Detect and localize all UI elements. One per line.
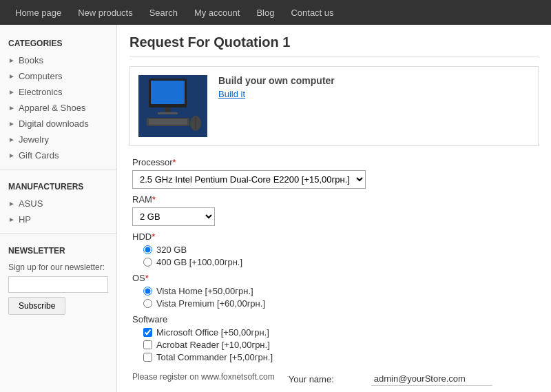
sidebar-item-digital-downloads[interactable]: ►Digital downloads [0,116,116,132]
arrow-icon: ► [8,72,15,80]
sidebar-item-label: Electronics [19,87,63,97]
page-title: Request For Quotation 1 [129,34,539,56]
subscribe-button[interactable]: Subscribe [8,297,65,315]
os-option-1[interactable]: Vista Premium [+60,00грн.] [143,298,536,309]
os-label: OS* [132,273,536,283]
nav-item-search[interactable]: Search [141,2,186,23]
product-name: Build your own computer [218,75,335,86]
ram-label: RAM* [132,194,536,205]
categories-title: CATEGORIES [0,32,116,52]
hdd-option-1[interactable]: 400 GB [+100,00грн.] [143,257,536,267]
sidebar-item-label: Digital downloads [19,118,89,129]
register-note-wrapper: Please register on www.foxnetsoft.com [132,372,275,392]
svg-rect-5 [149,119,187,125]
arrow-icon: ► [8,104,15,112]
nav-item-my-account[interactable]: My account [186,2,248,23]
sidebar-item-electronics[interactable]: ►Electronics [0,84,116,100]
sidebar-item-apparel-shoes[interactable]: ►Apparel & Shoes [0,100,116,116]
hdd-radio-group: 320 GB400 GB [+100,00грн.] [143,245,536,267]
processor-select[interactable]: 2.5 GHz Intel Pentium Dual-Core E2200 [+… [132,170,366,189]
sidebar-item-label: Apparel & Shoes [19,103,86,113]
os-radio-group: Vista Home [+50,00грн.]Vista Premium [+6… [143,286,536,309]
arrow-icon: ► [8,136,15,143]
os-option-0[interactable]: Vista Home [+50,00грн.] [143,286,536,296]
quotation-form: Processor* 2.5 GHz Intel Pentium Dual-Co… [129,157,539,392]
newsletter-title: NEWSLETTER [0,239,116,260]
hdd-label: HDD* [132,231,536,242]
top-navigation: Home pageNew productsSearchMy accountBlo… [0,0,551,25]
hdd-option-0[interactable]: 320 GB [143,245,536,255]
nav-item-home[interactable]: Home page [7,2,70,23]
nav-item-contact-us[interactable]: Contact us [282,2,342,23]
sidebar-item-label: HP [19,214,31,225]
newsletter-input[interactable] [8,276,108,293]
sidebar-item-label: ASUS [19,198,43,209]
software-option-0[interactable]: Microsoft Office [+50,00грн.] [143,327,536,338]
sidebar-item-label: Jewelry [19,134,49,145]
arrow-icon: ► [8,152,15,159]
arrow-icon: ► [8,200,15,207]
product-info: Build your own computer Build it [218,75,335,99]
newsletter-label: Sign up for our newsletter: [0,260,116,276]
arrow-icon: ► [8,88,15,96]
software-option-1[interactable]: Acrobat Reader [+10,00грн.] [143,340,536,350]
arrow-icon: ► [8,120,15,127]
name-row: Your name: [289,372,536,386]
register-note: Please register on www.foxnetsoft.com [132,372,275,382]
sidebar-item-gift-cards[interactable]: ►Gift Cards [0,147,116,163]
svg-rect-3 [158,112,178,114]
ram-select[interactable]: 2 GB4 GB8 GB [132,207,215,226]
sidebar-item-label: Computers [19,71,63,81]
phone-row: Your phone: [289,389,536,392]
product-box: Build your own computer Build it [129,66,539,146]
sidebar: CATEGORIES ►Books►Computers►Electronics►… [0,25,117,392]
svg-rect-1 [151,81,185,104]
manufacturers-title: MANUFACTURERS [0,175,116,196]
sidebar-item-label: Gift Cards [19,150,59,161]
sidebar-item-books[interactable]: ►Books [0,52,116,68]
categories-list: ►Books►Computers►Electronics►Apparel & S… [0,52,116,163]
software-label: Software [132,314,536,324]
product-link[interactable]: Build it [218,89,335,99]
sidebar-item-computers[interactable]: ►Computers [0,68,116,84]
nav-item-new-products[interactable]: New products [70,2,141,23]
processor-label: Processor* [132,157,536,167]
contact-fields: Your name: Your phone: Your email addres… [289,372,536,392]
manufacturers-list: ►ASUS►HP [0,196,116,227]
svg-rect-2 [165,107,171,112]
arrow-icon: ► [8,216,15,223]
sidebar-item-hp[interactable]: ►HP [0,212,116,227]
product-image [138,75,207,137]
name-input[interactable] [371,372,492,386]
sidebar-item-label: Books [19,55,43,65]
software-checkbox-group: Microsoft Office [+50,00грн.]Acrobat Rea… [143,327,536,362]
sidebar-item-jewelry[interactable]: ►Jewelry [0,132,116,147]
contact-section: Please register on www.foxnetsoft.com Yo… [132,372,536,392]
sidebar-item-asus[interactable]: ►ASUS [0,196,116,212]
nav-item-blog[interactable]: Blog [248,2,282,23]
phone-input[interactable] [371,389,492,392]
arrow-icon: ► [8,56,15,64]
name-label: Your name: [289,374,371,384]
main-content: Request For Quotation 1 [117,25,551,392]
software-option-2[interactable]: Total Commander [+5,00грн.] [143,352,536,362]
